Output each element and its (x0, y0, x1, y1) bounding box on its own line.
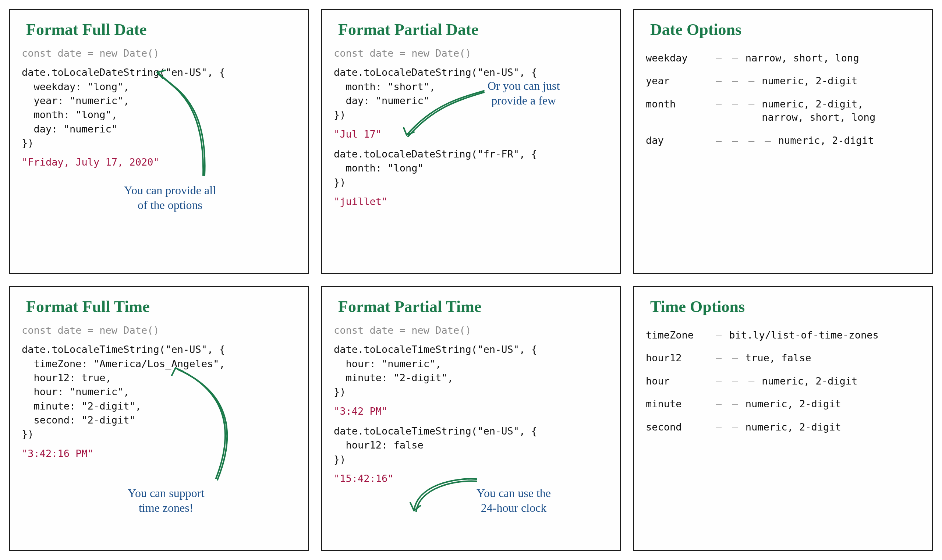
option-dashes: — — — — (716, 134, 778, 147)
card-format-partial-time: Format Partial Time const date = new Dat… (321, 286, 621, 551)
annotation: Or you can just provide a few (488, 78, 560, 108)
option-key: weekday (646, 52, 716, 65)
option-row: year — — — numeric, 2-digit (646, 74, 920, 88)
option-row: month — — — numeric, 2-digit, narrow, sh… (646, 97, 920, 125)
option-key: minute (646, 397, 716, 411)
card-format-partial-date: Format Partial Date const date = new Dat… (321, 9, 621, 274)
card-title: Format Partial Time (338, 297, 608, 316)
option-values: true, false (745, 351, 811, 365)
card-format-full-date: Format Full Date const date = new Date()… (9, 9, 309, 274)
option-key: day (646, 134, 716, 147)
card-title: Date Options (650, 20, 920, 39)
card-date-options: Date Options weekday — — narrow, short, … (633, 9, 933, 274)
option-row: weekday — — narrow, short, long (646, 52, 920, 65)
card-format-full-time: Format Full Time const date = new Date()… (9, 286, 309, 551)
option-row: timeZone — bit.ly/list-of-time-zones (646, 329, 920, 342)
option-dashes: — — (716, 351, 745, 365)
option-dashes: — — — (716, 97, 762, 125)
option-key: hour (646, 375, 716, 388)
card-title: Format Full Time (26, 297, 296, 316)
code-output: "juillet" (334, 195, 608, 209)
option-row: minute — — numeric, 2-digit (646, 397, 920, 411)
code-call: date.toLocaleTimeString("en-US", { hour:… (334, 343, 608, 399)
option-values: numeric, 2-digit (745, 397, 841, 411)
annotation: You can provide all of the options (124, 183, 216, 212)
option-dashes: — — — (716, 375, 762, 388)
option-key: timeZone (646, 329, 716, 342)
annotation: You can support time zones! (128, 486, 204, 515)
code-declaration: const date = new Date() (334, 46, 608, 60)
option-dashes: — — (716, 397, 745, 411)
option-dashes: — — — (716, 74, 762, 88)
option-dashes: — — (716, 420, 745, 434)
card-title: Time Options (650, 297, 920, 316)
code-call: date.toLocaleDateString("fr-FR", { month… (334, 147, 608, 189)
arrow-icon (168, 361, 249, 482)
code-declaration: const date = new Date() (334, 323, 608, 337)
option-key: hour12 (646, 351, 716, 365)
option-values: narrow, short, long (745, 52, 859, 65)
code-output: "3:42 PM" (334, 405, 608, 418)
option-dashes: — (716, 329, 729, 342)
card-time-options: Time Options timeZone — bit.ly/list-of-t… (633, 286, 933, 551)
option-key: month (646, 97, 716, 125)
card-title: Format Partial Date (338, 20, 608, 39)
option-key: year (646, 74, 716, 88)
option-values: numeric, 2-digit (778, 134, 874, 147)
option-values: numeric, 2-digit, narrow, short, long (762, 97, 876, 125)
arrow-icon (406, 474, 480, 518)
arrow-icon (399, 87, 488, 142)
cheatsheet-grid: Format Full Date const date = new Date()… (9, 9, 933, 551)
code-declaration: const date = new Date() (22, 323, 296, 337)
option-row: hour12 — — true, false (646, 351, 920, 365)
option-dashes: — — (716, 52, 745, 65)
option-values: numeric, 2-digit (745, 420, 841, 434)
code-call: date.toLocaleTimeString("en-US", { hour1… (334, 424, 608, 466)
option-values: bit.ly/list-of-time-zones (729, 329, 878, 342)
card-title: Format Full Date (26, 20, 296, 39)
code-output: "3:42:16 PM" (22, 447, 296, 461)
annotation: You can use the 24-hour clock (477, 486, 551, 515)
code-call: date.toLocaleTimeString("en-US", { timeZ… (22, 343, 296, 441)
option-values: numeric, 2-digit (762, 74, 857, 88)
option-key: second (646, 420, 716, 434)
option-row: second — — numeric, 2-digit (646, 420, 920, 434)
option-row: day — — — — numeric, 2-digit (646, 134, 920, 147)
arrow-icon (150, 65, 223, 179)
option-values: numeric, 2-digit (762, 375, 857, 388)
code-declaration: const date = new Date() (22, 46, 296, 60)
option-row: hour — — — numeric, 2-digit (646, 375, 920, 388)
